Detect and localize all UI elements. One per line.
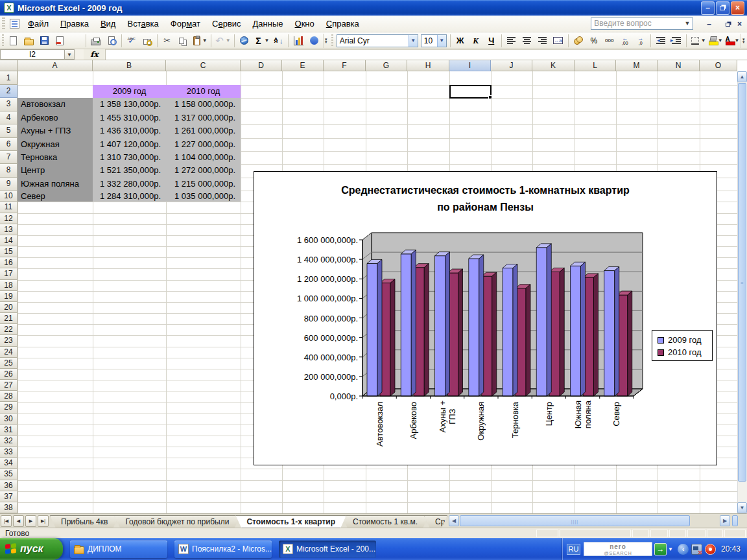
sort-ascending-button[interactable]: ↓ <box>271 34 285 48</box>
cell-2009-value[interactable]: 1 310 730,000р. <box>93 151 166 164</box>
align-left-button[interactable] <box>504 34 519 48</box>
row-header-35[interactable]: 35 <box>0 469 18 480</box>
row-header-37[interactable]: 37 <box>0 491 18 502</box>
row-header-28[interactable]: 28 <box>0 391 18 402</box>
chevron-down-icon[interactable]: ▼ <box>65 49 75 60</box>
toolbar-options-chevron[interactable]: ▾▾ <box>741 34 746 48</box>
menu-item-format[interactable]: Формат <box>165 17 206 30</box>
cell-2010-value[interactable]: 1 215 000,000р. <box>166 178 241 191</box>
vscroll-thumb[interactable]: ≡ <box>738 83 746 482</box>
network-disconnected-icon[interactable] <box>691 544 702 555</box>
column-header-M[interactable]: M <box>616 60 658 71</box>
first-sheet-button[interactable]: |◀ <box>1 515 12 527</box>
cut-button[interactable]: ✂ <box>160 34 174 48</box>
restore-button[interactable] <box>716 1 729 15</box>
column-header-K[interactable]: K <box>532 60 575 71</box>
cell-2010-value[interactable]: 1 317 000,000р. <box>166 111 241 124</box>
task-poyasnilka[interactable]: WПояснилка2 - Micros... <box>174 541 272 558</box>
toolbar-options-chevron[interactable]: ▾▾ <box>323 34 328 48</box>
row-header-2[interactable]: 2 <box>0 85 18 98</box>
increase-decimal-button[interactable]: ←,00 <box>618 34 632 48</box>
close-button[interactable]: × <box>731 1 744 15</box>
cell-2010-value[interactable]: 1 261 000,000р. <box>166 124 241 137</box>
paste-button[interactable]: ▼ <box>191 34 208 48</box>
menu-item-window[interactable]: Окно <box>289 17 320 30</box>
next-sheet-button[interactable]: ▶ <box>25 515 36 527</box>
search-go-button[interactable]: → <box>654 543 667 555</box>
chevron-down-icon[interactable]: ▼ <box>265 38 270 43</box>
decrease-indent-button[interactable]: ◂ <box>654 34 668 48</box>
email-button[interactable] <box>69 34 83 48</box>
row-header-8[interactable]: 8 <box>0 164 18 177</box>
cell-b1[interactable]: 2009 год <box>93 85 166 98</box>
print-button[interactable] <box>89 34 103 48</box>
menu-item-view[interactable]: Вид <box>95 17 122 30</box>
cell-district[interactable]: Арбеково <box>18 111 93 124</box>
cell-district[interactable]: Автовокзал <box>18 98 93 111</box>
hide-icons-chevron[interactable]: ‹ <box>678 544 689 555</box>
new-document-button[interactable] <box>6 34 21 48</box>
row-header-4[interactable]: 4 <box>0 111 18 124</box>
column-header-L[interactable]: L <box>575 60 616 71</box>
cell-2009-value[interactable]: 1 332 280,000р. <box>93 178 166 191</box>
row-header-34[interactable]: 34 <box>0 458 18 469</box>
select-all-corner[interactable] <box>0 60 18 71</box>
row-header-18[interactable]: 18 <box>0 280 18 291</box>
menu-item-data[interactable]: Данные <box>247 17 289 30</box>
row-header-11[interactable]: 11 <box>0 202 18 213</box>
hscroll-thumb[interactable]: |||| <box>460 515 690 526</box>
row-header-23[interactable]: 23 <box>0 335 18 346</box>
row-header-25[interactable]: 25 <box>0 358 18 369</box>
scroll-left-button[interactable]: ◀ <box>449 515 459 526</box>
increase-indent-button[interactable]: ▸ <box>669 34 683 48</box>
chart-legend[interactable]: 2009 год2010 год <box>652 330 713 361</box>
name-box[interactable]: I2 <box>0 49 65 60</box>
task-diplom[interactable]: ДИПЛОМ <box>70 541 167 558</box>
merge-center-button[interactable]: ↔a <box>551 34 565 48</box>
scroll-down-button[interactable]: ▼ <box>737 502 747 513</box>
column-header-C[interactable]: C <box>166 60 241 71</box>
row-header-32[interactable]: 32 <box>0 436 18 447</box>
cell-2009-value[interactable]: 1 407 120,000р. <box>93 138 166 151</box>
formula-input[interactable] <box>106 49 747 60</box>
column-header-H[interactable]: H <box>407 60 449 71</box>
menu-item-tools[interactable]: Сервис <box>206 17 247 30</box>
spelling-button[interactable]: ✓ <box>124 34 139 48</box>
currency-button[interactable] <box>571 34 586 48</box>
toolbar-grip[interactable] <box>331 34 333 47</box>
column-header-E[interactable]: E <box>282 60 324 71</box>
column-header-J[interactable]: J <box>491 60 532 71</box>
row-header-1[interactable]: 1 <box>0 71 18 85</box>
cell-2010-value[interactable]: 1 104 000,000р. <box>166 151 241 164</box>
font-name-combo[interactable]: Arial Cyr ▼ <box>337 34 418 47</box>
decrease-decimal-button[interactable]: →,0 <box>634 34 648 48</box>
row-header-9[interactable]: 9 <box>0 178 18 191</box>
menu-item-edit[interactable]: Правка <box>54 17 95 30</box>
column-header-I[interactable]: I <box>449 60 491 71</box>
row-header-19[interactable]: 19 <box>0 291 18 302</box>
previous-sheet-button[interactable]: ◀ <box>13 515 24 527</box>
toolbar-grip[interactable] <box>2 18 5 30</box>
row-header-5[interactable]: 5 <box>0 124 18 137</box>
chart-wizard-button[interactable] <box>291 34 305 48</box>
row-header-36[interactable]: 36 <box>0 480 18 491</box>
font-size-combo[interactable]: 10 ▼ <box>421 34 447 47</box>
tab-godovoy-budget[interactable]: Годовой бюджет по прибыли <box>114 515 240 528</box>
row-header-21[interactable]: 21 <box>0 313 18 324</box>
row-header-22[interactable]: 22 <box>0 324 18 335</box>
cell-2010-value[interactable]: 1 227 000,000р. <box>166 138 241 151</box>
menu-item-file[interactable]: Файл <box>22 17 54 30</box>
row-header-38[interactable]: 38 <box>0 502 18 513</box>
column-header-F[interactable]: F <box>324 60 366 71</box>
row-header-15[interactable]: 15 <box>0 246 18 257</box>
print-preview-button[interactable] <box>104 34 119 48</box>
row-header-6[interactable]: 6 <box>0 138 18 151</box>
nero-search-box[interactable]: nero @SEARCH <box>584 542 652 556</box>
row-header-17[interactable]: 17 <box>0 268 18 279</box>
task-excel[interactable]: XMicrosoft Excel - 200... <box>279 541 376 558</box>
row-header-10[interactable]: 10 <box>0 191 18 202</box>
autosum-button[interactable]: Σ▼ <box>253 34 270 48</box>
cell-2009-value[interactable]: 1 358 130,000р. <box>93 98 166 111</box>
chart-object[interactable]: Среднестатистическая стоимость 1-комнатн… <box>254 171 717 465</box>
chevron-down-icon[interactable]: ▼ <box>409 35 418 47</box>
